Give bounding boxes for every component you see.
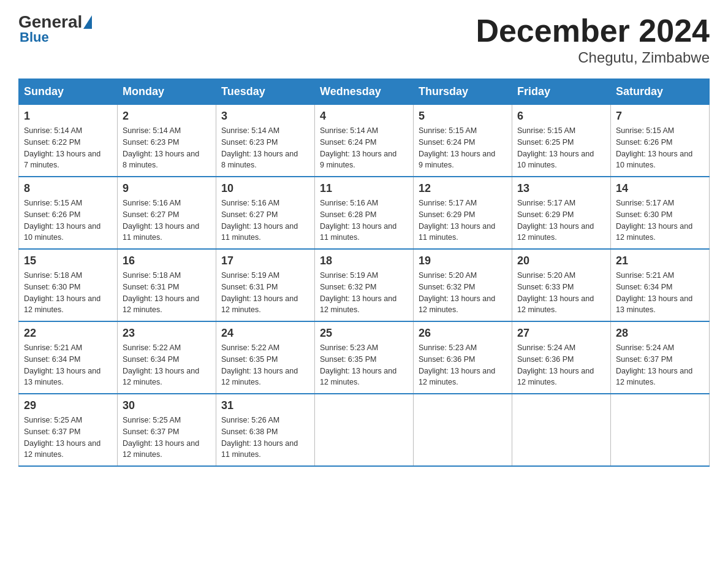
page-title: December 2024 [476,12,710,49]
day-number: 8 [24,182,112,195]
calendar-cell: 2Sunrise: 5:14 AMSunset: 6:23 PMDaylight… [118,105,216,177]
calendar-cell: 6Sunrise: 5:15 AMSunset: 6:25 PMDaylight… [512,105,611,177]
calendar-cell: 16Sunrise: 5:18 AMSunset: 6:31 PMDayligh… [118,249,216,321]
day-number: 2 [123,110,211,123]
day-number: 18 [320,255,408,267]
calendar-cell: 20Sunrise: 5:20 AMSunset: 6:33 PMDayligh… [512,249,611,321]
day-info: Sunrise: 5:22 AMSunset: 6:34 PMDaylight:… [123,342,211,388]
day-number: 1 [24,110,112,123]
calendar-cell: 15Sunrise: 5:18 AMSunset: 6:30 PMDayligh… [19,249,118,321]
calendar-cell: 31Sunrise: 5:26 AMSunset: 6:38 PMDayligh… [216,394,315,466]
day-number: 4 [320,110,408,123]
calendar-cell: 23Sunrise: 5:22 AMSunset: 6:34 PMDayligh… [118,321,216,394]
calendar-header-row: SundayMondayTuesdayWednesdayThursdayFrid… [19,79,710,105]
day-number: 12 [419,182,507,195]
day-info: Sunrise: 5:14 AMSunset: 6:23 PMDaylight:… [221,125,309,171]
day-info: Sunrise: 5:16 AMSunset: 6:28 PMDaylight:… [320,197,408,243]
title-block: December 2024 Chegutu, Zimbabwe [476,12,710,66]
day-info: Sunrise: 5:21 AMSunset: 6:34 PMDaylight:… [616,270,704,316]
calendar-cell: 29Sunrise: 5:25 AMSunset: 6:37 PMDayligh… [19,394,118,466]
day-number: 23 [123,327,211,340]
calendar-cell: 4Sunrise: 5:14 AMSunset: 6:24 PMDaylight… [315,105,414,177]
day-info: Sunrise: 5:17 AMSunset: 6:30 PMDaylight:… [616,197,704,243]
calendar-cell: 28Sunrise: 5:24 AMSunset: 6:37 PMDayligh… [611,321,710,394]
day-number: 21 [616,255,704,267]
day-number: 26 [419,327,507,340]
calendar-cell: 13Sunrise: 5:17 AMSunset: 6:29 PMDayligh… [512,177,611,249]
day-info: Sunrise: 5:16 AMSunset: 6:27 PMDaylight:… [123,197,211,243]
calendar-cell [414,394,512,466]
day-info: Sunrise: 5:19 AMSunset: 6:31 PMDaylight:… [221,270,309,316]
day-number: 11 [320,182,408,195]
calendar-cell: 12Sunrise: 5:17 AMSunset: 6:29 PMDayligh… [414,177,512,249]
day-number: 15 [24,255,112,267]
calendar-week-3: 15Sunrise: 5:18 AMSunset: 6:30 PMDayligh… [19,249,710,321]
day-number: 10 [221,182,309,195]
day-number: 7 [616,110,704,123]
day-number: 31 [221,399,309,412]
day-number: 13 [517,182,605,195]
logo-blue-text: Blue [20,29,49,45]
day-number: 19 [419,255,507,267]
day-info: Sunrise: 5:17 AMSunset: 6:29 PMDaylight:… [517,197,605,243]
day-number: 3 [221,110,309,123]
day-info: Sunrise: 5:25 AMSunset: 6:37 PMDaylight:… [123,415,211,461]
calendar-week-4: 22Sunrise: 5:21 AMSunset: 6:34 PMDayligh… [19,321,710,394]
day-info: Sunrise: 5:22 AMSunset: 6:35 PMDaylight:… [221,342,309,388]
calendar-cell: 26Sunrise: 5:23 AMSunset: 6:36 PMDayligh… [414,321,512,394]
calendar-cell [315,394,414,466]
day-info: Sunrise: 5:23 AMSunset: 6:35 PMDaylight:… [320,342,408,388]
day-number: 29 [24,399,112,412]
calendar-header-thursday: Thursday [414,79,512,105]
calendar-header-tuesday: Tuesday [216,79,315,105]
calendar-cell: 24Sunrise: 5:22 AMSunset: 6:35 PMDayligh… [216,321,315,394]
day-number: 9 [123,182,211,195]
day-number: 20 [517,255,605,267]
day-info: Sunrise: 5:14 AMSunset: 6:22 PMDaylight:… [24,125,112,171]
calendar-week-1: 1Sunrise: 5:14 AMSunset: 6:22 PMDaylight… [19,105,710,177]
day-number: 22 [24,327,112,340]
calendar-header-saturday: Saturday [611,79,710,105]
calendar-cell [611,394,710,466]
day-number: 14 [616,182,704,195]
day-info: Sunrise: 5:15 AMSunset: 6:24 PMDaylight:… [419,125,507,171]
day-number: 5 [419,110,507,123]
calendar-cell: 25Sunrise: 5:23 AMSunset: 6:35 PMDayligh… [315,321,414,394]
calendar-cell: 5Sunrise: 5:15 AMSunset: 6:24 PMDaylight… [414,105,512,177]
logo: General Blue [18,12,93,45]
page-subtitle: Chegutu, Zimbabwe [476,49,710,66]
calendar-week-5: 29Sunrise: 5:25 AMSunset: 6:37 PMDayligh… [19,394,710,466]
day-info: Sunrise: 5:18 AMSunset: 6:30 PMDaylight:… [24,270,112,316]
day-info: Sunrise: 5:14 AMSunset: 6:23 PMDaylight:… [123,125,211,171]
calendar-cell: 14Sunrise: 5:17 AMSunset: 6:30 PMDayligh… [611,177,710,249]
day-number: 25 [320,327,408,340]
day-info: Sunrise: 5:18 AMSunset: 6:31 PMDaylight:… [123,270,211,316]
day-number: 30 [123,399,211,412]
day-number: 17 [221,255,309,267]
day-info: Sunrise: 5:15 AMSunset: 6:26 PMDaylight:… [24,197,112,243]
day-info: Sunrise: 5:14 AMSunset: 6:24 PMDaylight:… [320,125,408,171]
day-info: Sunrise: 5:25 AMSunset: 6:37 PMDaylight:… [24,415,112,461]
calendar-header-wednesday: Wednesday [315,79,414,105]
day-number: 28 [616,327,704,340]
calendar-cell: 3Sunrise: 5:14 AMSunset: 6:23 PMDaylight… [216,105,315,177]
calendar-header-sunday: Sunday [19,79,118,105]
calendar-cell: 9Sunrise: 5:16 AMSunset: 6:27 PMDaylight… [118,177,216,249]
day-number: 6 [517,110,605,123]
day-info: Sunrise: 5:24 AMSunset: 6:37 PMDaylight:… [616,342,704,388]
calendar-cell: 10Sunrise: 5:16 AMSunset: 6:27 PMDayligh… [216,177,315,249]
day-info: Sunrise: 5:19 AMSunset: 6:32 PMDaylight:… [320,270,408,316]
day-info: Sunrise: 5:15 AMSunset: 6:26 PMDaylight:… [616,125,704,171]
calendar-header-monday: Monday [118,79,216,105]
calendar-table: SundayMondayTuesdayWednesdayThursdayFrid… [18,79,710,467]
day-number: 24 [221,327,309,340]
day-number: 27 [517,327,605,340]
day-info: Sunrise: 5:23 AMSunset: 6:36 PMDaylight:… [419,342,507,388]
day-info: Sunrise: 5:15 AMSunset: 6:25 PMDaylight:… [517,125,605,171]
calendar-week-2: 8Sunrise: 5:15 AMSunset: 6:26 PMDaylight… [19,177,710,249]
calendar-cell [512,394,611,466]
calendar-header-friday: Friday [512,79,611,105]
day-info: Sunrise: 5:20 AMSunset: 6:33 PMDaylight:… [517,270,605,316]
calendar-cell: 18Sunrise: 5:19 AMSunset: 6:32 PMDayligh… [315,249,414,321]
calendar-cell: 19Sunrise: 5:20 AMSunset: 6:32 PMDayligh… [414,249,512,321]
